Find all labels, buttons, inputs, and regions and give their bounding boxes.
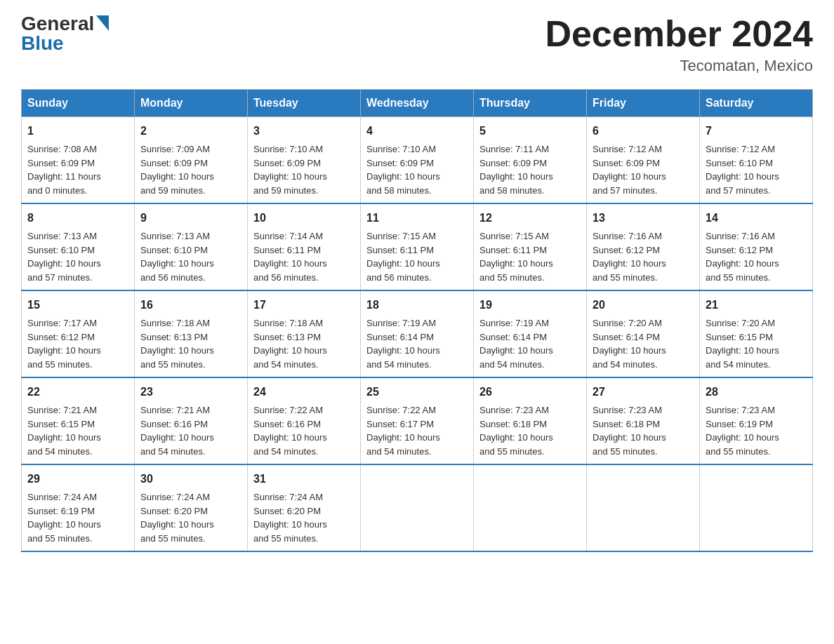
- day-info: Sunrise: 7:20 AMSunset: 6:15 PMDaylight:…: [706, 318, 779, 370]
- day-info: Sunrise: 7:24 AMSunset: 6:20 PMDaylight:…: [140, 492, 214, 544]
- day-info: Sunrise: 7:24 AMSunset: 6:19 PMDaylight:…: [27, 492, 101, 544]
- day-number: 24: [253, 384, 355, 401]
- logo-blue-text: Blue: [21, 34, 64, 53]
- calendar-day-cell: 8 Sunrise: 7:13 AMSunset: 6:10 PMDayligh…: [22, 203, 135, 290]
- location-title: Tecomatan, Mexico: [545, 57, 813, 75]
- calendar-day-cell: 14 Sunrise: 7:16 AMSunset: 6:12 PMDaylig…: [700, 203, 813, 290]
- day-number: 5: [479, 123, 581, 140]
- day-info: Sunrise: 7:18 AMSunset: 6:13 PMDaylight:…: [253, 318, 327, 370]
- calendar-day-cell: 13 Sunrise: 7:16 AMSunset: 6:12 PMDaylig…: [587, 203, 700, 290]
- day-number: 18: [366, 297, 468, 314]
- day-number: 29: [27, 471, 128, 488]
- calendar-day-cell: 30 Sunrise: 7:24 AMSunset: 6:20 PMDaylig…: [135, 464, 248, 551]
- day-number: 12: [479, 210, 581, 227]
- day-number: 17: [253, 297, 355, 314]
- calendar-day-cell: 26 Sunrise: 7:23 AMSunset: 6:18 PMDaylig…: [474, 377, 587, 464]
- calendar-day-cell: 1 Sunrise: 7:08 AMSunset: 6:09 PMDayligh…: [22, 117, 135, 204]
- calendar-weekday-header: Friday: [587, 90, 700, 117]
- day-info: Sunrise: 7:12 AMSunset: 6:10 PMDaylight:…: [706, 144, 779, 196]
- day-info: Sunrise: 7:19 AMSunset: 6:14 PMDaylight:…: [366, 318, 440, 370]
- calendar-weekday-header: Saturday: [700, 90, 813, 117]
- calendar-day-cell: [474, 464, 587, 551]
- calendar-week-row: 8 Sunrise: 7:13 AMSunset: 6:10 PMDayligh…: [22, 203, 813, 290]
- calendar-day-cell: 22 Sunrise: 7:21 AMSunset: 6:15 PMDaylig…: [22, 377, 135, 464]
- day-info: Sunrise: 7:22 AMSunset: 6:16 PMDaylight:…: [253, 405, 327, 457]
- day-info: Sunrise: 7:21 AMSunset: 6:16 PMDaylight:…: [140, 405, 214, 457]
- calendar-header-row: SundayMondayTuesdayWednesdayThursdayFrid…: [22, 90, 813, 117]
- calendar-week-row: 15 Sunrise: 7:17 AMSunset: 6:12 PMDaylig…: [22, 290, 813, 377]
- calendar-day-cell: 17 Sunrise: 7:18 AMSunset: 6:13 PMDaylig…: [248, 290, 361, 377]
- calendar-day-cell: 2 Sunrise: 7:09 AMSunset: 6:09 PMDayligh…: [135, 117, 248, 204]
- day-number: 30: [140, 471, 241, 488]
- day-info: Sunrise: 7:18 AMSunset: 6:13 PMDaylight:…: [140, 318, 214, 370]
- day-number: 14: [706, 210, 807, 227]
- day-number: 23: [140, 384, 241, 401]
- calendar-day-cell: [361, 464, 474, 551]
- day-number: 28: [706, 384, 807, 401]
- day-info: Sunrise: 7:14 AMSunset: 6:11 PMDaylight:…: [253, 231, 327, 283]
- calendar-day-cell: 3 Sunrise: 7:10 AMSunset: 6:09 PMDayligh…: [248, 117, 361, 204]
- calendar-day-cell: 5 Sunrise: 7:11 AMSunset: 6:09 PMDayligh…: [474, 117, 587, 204]
- calendar-day-cell: 23 Sunrise: 7:21 AMSunset: 6:16 PMDaylig…: [135, 377, 248, 464]
- day-info: Sunrise: 7:23 AMSunset: 6:19 PMDaylight:…: [706, 405, 779, 457]
- day-number: 27: [593, 384, 694, 401]
- day-info: Sunrise: 7:23 AMSunset: 6:18 PMDaylight:…: [479, 405, 553, 457]
- calendar-day-cell: 20 Sunrise: 7:20 AMSunset: 6:14 PMDaylig…: [587, 290, 700, 377]
- day-info: Sunrise: 7:16 AMSunset: 6:12 PMDaylight:…: [593, 231, 666, 283]
- day-number: 26: [479, 384, 581, 401]
- day-info: Sunrise: 7:08 AMSunset: 6:09 PMDaylight:…: [27, 144, 101, 196]
- logo-triangle-icon: [96, 15, 109, 31]
- day-number: 13: [593, 210, 694, 227]
- calendar-day-cell: 28 Sunrise: 7:23 AMSunset: 6:19 PMDaylig…: [700, 377, 813, 464]
- day-info: Sunrise: 7:16 AMSunset: 6:12 PMDaylight:…: [706, 231, 779, 283]
- day-number: 21: [706, 297, 807, 314]
- calendar-weekday-header: Thursday: [474, 90, 587, 117]
- day-info: Sunrise: 7:13 AMSunset: 6:10 PMDaylight:…: [27, 231, 101, 283]
- day-number: 6: [593, 123, 694, 140]
- calendar-weekday-header: Wednesday: [361, 90, 474, 117]
- day-info: Sunrise: 7:15 AMSunset: 6:11 PMDaylight:…: [479, 231, 553, 283]
- day-info: Sunrise: 7:20 AMSunset: 6:14 PMDaylight:…: [593, 318, 666, 370]
- month-title: December 2024: [545, 14, 813, 54]
- calendar-day-cell: [587, 464, 700, 551]
- calendar-day-cell: 19 Sunrise: 7:19 AMSunset: 6:14 PMDaylig…: [474, 290, 587, 377]
- day-number: 25: [366, 384, 468, 401]
- day-info: Sunrise: 7:21 AMSunset: 6:15 PMDaylight:…: [27, 405, 101, 457]
- day-number: 20: [593, 297, 694, 314]
- calendar-day-cell: 9 Sunrise: 7:13 AMSunset: 6:10 PMDayligh…: [135, 203, 248, 290]
- day-number: 8: [27, 210, 128, 227]
- calendar-week-row: 29 Sunrise: 7:24 AMSunset: 6:19 PMDaylig…: [22, 464, 813, 551]
- calendar-day-cell: 18 Sunrise: 7:19 AMSunset: 6:14 PMDaylig…: [361, 290, 474, 377]
- calendar-day-cell: 15 Sunrise: 7:17 AMSunset: 6:12 PMDaylig…: [22, 290, 135, 377]
- calendar-week-row: 1 Sunrise: 7:08 AMSunset: 6:09 PMDayligh…: [22, 117, 813, 204]
- day-info: Sunrise: 7:22 AMSunset: 6:17 PMDaylight:…: [366, 405, 440, 457]
- calendar-week-row: 22 Sunrise: 7:21 AMSunset: 6:15 PMDaylig…: [22, 377, 813, 464]
- day-number: 9: [140, 210, 241, 227]
- day-info: Sunrise: 7:10 AMSunset: 6:09 PMDaylight:…: [366, 144, 440, 196]
- calendar-day-cell: 25 Sunrise: 7:22 AMSunset: 6:17 PMDaylig…: [361, 377, 474, 464]
- day-number: 1: [27, 123, 128, 140]
- day-number: 15: [27, 297, 128, 314]
- day-info: Sunrise: 7:10 AMSunset: 6:09 PMDaylight:…: [253, 144, 327, 196]
- day-number: 22: [27, 384, 128, 401]
- calendar-day-cell: 16 Sunrise: 7:18 AMSunset: 6:13 PMDaylig…: [135, 290, 248, 377]
- calendar-weekday-header: Monday: [135, 90, 248, 117]
- day-info: Sunrise: 7:23 AMSunset: 6:18 PMDaylight:…: [593, 405, 666, 457]
- day-info: Sunrise: 7:12 AMSunset: 6:09 PMDaylight:…: [593, 144, 666, 196]
- day-number: 3: [253, 123, 355, 140]
- calendar-day-cell: 12 Sunrise: 7:15 AMSunset: 6:11 PMDaylig…: [474, 203, 587, 290]
- day-info: Sunrise: 7:15 AMSunset: 6:11 PMDaylight:…: [366, 231, 440, 283]
- day-number: 4: [366, 123, 468, 140]
- day-number: 10: [253, 210, 355, 227]
- day-info: Sunrise: 7:24 AMSunset: 6:20 PMDaylight:…: [253, 492, 327, 544]
- calendar-weekday-header: Sunday: [22, 90, 135, 117]
- calendar-day-cell: 11 Sunrise: 7:15 AMSunset: 6:11 PMDaylig…: [361, 203, 474, 290]
- page-header: General Blue December 2024 Tecomatan, Me…: [21, 14, 813, 75]
- day-info: Sunrise: 7:09 AMSunset: 6:09 PMDaylight:…: [140, 144, 214, 196]
- logo: General Blue: [21, 14, 109, 53]
- day-number: 16: [140, 297, 241, 314]
- logo-general-text: General: [21, 14, 94, 34]
- day-number: 31: [253, 471, 355, 488]
- day-number: 19: [479, 297, 581, 314]
- calendar-day-cell: 21 Sunrise: 7:20 AMSunset: 6:15 PMDaylig…: [700, 290, 813, 377]
